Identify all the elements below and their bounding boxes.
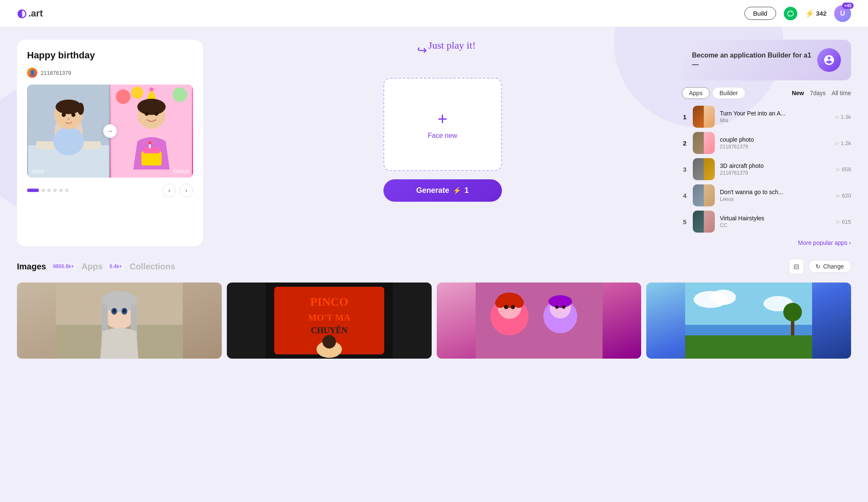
dot-4[interactable] — [53, 189, 57, 192]
lightning-count: 342 — [816, 10, 827, 17]
card-title: Happy birthday — [27, 50, 193, 61]
app-thumb-4 — [693, 184, 715, 206]
more-popular-apps-link[interactable]: More popular apps › — [682, 239, 851, 246]
app-user-3: 2118761379 — [720, 170, 832, 176]
add-face-icon: + — [438, 110, 447, 129]
svg-point-8 — [62, 113, 66, 117]
arrow-divider: → — [103, 124, 117, 138]
btab-images[interactable]: Images 9866.8k+ — [17, 262, 77, 272]
svg-point-12 — [116, 89, 130, 104]
svg-point-7 — [77, 103, 84, 115]
bottom-tabs: Images 9866.8k+ Apps 6.4k+ Collections ⊟… — [17, 259, 851, 274]
time-alltime[interactable]: All time — [832, 90, 851, 96]
logo-text: .art — [28, 8, 43, 19]
btab-collections[interactable]: Collections — [130, 262, 175, 272]
svg-point-47 — [513, 298, 524, 308]
svg-point-18 — [138, 99, 166, 115]
app-info-4: Don't wanna go to sch... Leeus — [720, 189, 832, 202]
left-card: Happy birthday 👤 2118761379 — [17, 40, 203, 246]
build-button[interactable]: Build — [744, 7, 776, 20]
app-item-3[interactable]: 3 3D aircraft photo 2118761379 ▷ 658 — [682, 158, 851, 180]
dot-2[interactable] — [41, 189, 45, 192]
svg-text:MO'T MA: MO'T MA — [308, 312, 350, 323]
grid-image-2[interactable]: PINCO MO'T MA CHUYÊN — [227, 283, 432, 359]
face-new-box[interactable]: + Face new — [383, 78, 502, 171]
time-7days[interactable]: 7days — [810, 90, 826, 96]
avatar-wrap[interactable]: U +45 — [834, 5, 851, 22]
time-new[interactable]: New — [792, 90, 804, 96]
app-plays-3: ▷ 658 — [837, 166, 851, 173]
arrow-icon: ↩ — [417, 43, 427, 57]
app-name-4: Don't wanna go to sch... — [720, 189, 832, 195]
app-item-2[interactable]: 2 couple photo 2118761379 ▷ 1.2k — [682, 132, 851, 154]
prev-button[interactable]: ‹ — [163, 184, 176, 197]
play-icon-4: ▷ — [837, 193, 840, 198]
tab-apps[interactable]: Apps — [682, 87, 710, 99]
grid-image-1[interactable] — [17, 283, 222, 359]
wechat-icon[interactable] — [784, 7, 797, 20]
dot-6[interactable] — [65, 189, 69, 192]
play-icon-2: ▷ — [835, 140, 839, 146]
rank-1: 1 — [682, 113, 688, 121]
right-sidebar: Become an application Builder for a1— Ap… — [682, 40, 851, 246]
image-comparison: Input → — [27, 85, 193, 178]
nav-arrows: ‹ › — [163, 184, 193, 197]
apps-badge: 6.4k+ — [106, 263, 126, 270]
logo[interactable]: ◐ .art — [17, 7, 43, 20]
grid-image-4[interactable] — [646, 283, 851, 359]
next-button[interactable]: › — [179, 184, 193, 197]
change-button[interactable]: ↻ Change — [808, 260, 851, 273]
svg-point-33 — [113, 309, 116, 313]
header-right: Build ⚡ 342 U +45 — [744, 5, 851, 22]
app-plays-5: ▷ 615 — [837, 219, 851, 225]
lightning-badge: ⚡ 342 — [805, 9, 827, 18]
result-image: Result — [110, 85, 193, 178]
svg-point-9 — [72, 113, 76, 117]
app-plays-1: ▷ 1.3k — [835, 114, 851, 120]
svg-point-13 — [131, 87, 143, 99]
app-item-4[interactable]: 4 Don't wanna go to sch... Leeus ▷ 620 — [682, 184, 851, 206]
app-list: 1 Turn Your Pet into an A... Mia ▷ 1.3k … — [682, 106, 851, 233]
rank-5: 5 — [682, 218, 688, 225]
tabs-row: Apps Builder New 7days All time — [682, 87, 851, 99]
svg-point-49 — [510, 305, 515, 309]
image-grid: PINCO MO'T MA CHUYÊN — [17, 283, 851, 359]
dot-1[interactable] — [27, 189, 39, 192]
user-row: 👤 2118761379 — [27, 68, 193, 78]
btab-apps[interactable]: Apps 6.4k+ — [82, 262, 126, 272]
just-play-label: Just play it! — [428, 40, 476, 51]
app-item-1[interactable]: 1 Turn Your Pet into an A... Mia ▷ 1.3k — [682, 106, 851, 128]
tab-builder[interactable]: Builder — [712, 87, 745, 99]
grid-image-3[interactable] — [437, 283, 642, 359]
svg-point-16 — [149, 88, 154, 92]
user-avatar: 👤 — [27, 68, 37, 78]
svg-point-14 — [173, 88, 187, 102]
dot-5[interactable] — [59, 189, 63, 192]
app-item-5[interactable]: 5 Virtual Hairstyles CC ▷ 615 — [682, 211, 851, 233]
time-group: New 7days All time — [792, 90, 851, 96]
play-icon-5: ▷ — [837, 219, 840, 225]
input-image: Input — [27, 85, 110, 178]
app-user-5: CC — [720, 222, 832, 228]
grid-toggle-button[interactable]: ⊟ — [789, 259, 804, 274]
app-thumb-2 — [693, 132, 715, 154]
right-controls: ⊟ ↻ Change — [789, 259, 851, 274]
app-thumb-5 — [693, 211, 715, 233]
plus-badge: +45 — [842, 3, 854, 9]
user-name: 2118761379 — [41, 70, 71, 76]
dot-3[interactable] — [47, 189, 51, 192]
chevron-right-icon: › — [849, 239, 851, 246]
generate-cost: 1 — [465, 186, 469, 195]
generate-button[interactable]: Generate ⚡ 1 — [383, 179, 502, 202]
become-card[interactable]: Become an application Builder for a1— — [682, 40, 851, 80]
images-badge: 9866.8k+ — [50, 263, 77, 270]
svg-point-41 — [322, 335, 336, 348]
app-user-4: Leeus — [720, 196, 832, 202]
svg-point-52 — [548, 295, 572, 308]
svg-point-20 — [154, 112, 159, 116]
svg-rect-21 — [141, 151, 162, 165]
rank-2: 2 — [682, 140, 688, 147]
bottom-section: Images 9866.8k+ Apps 6.4k+ Collections ⊟… — [0, 259, 868, 371]
generate-lightning-icon: ⚡ — [453, 187, 461, 195]
dots-row: ‹ › — [27, 184, 193, 197]
